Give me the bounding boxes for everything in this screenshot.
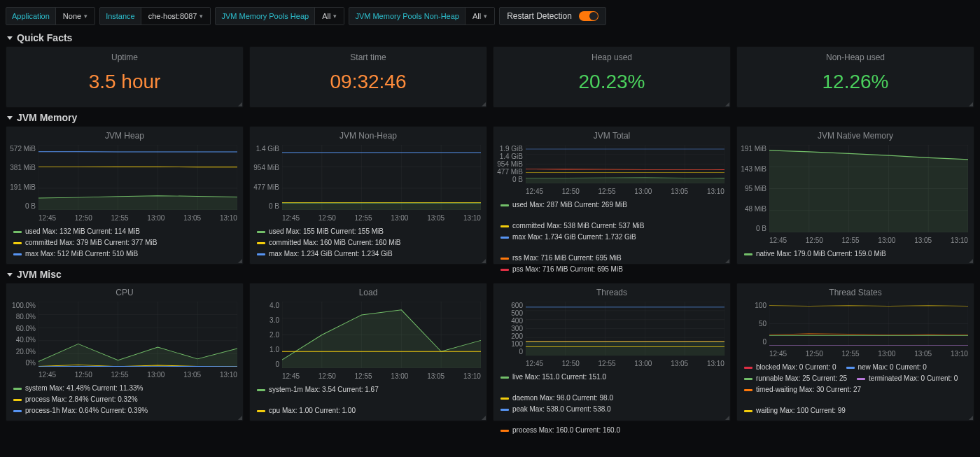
legend-item[interactable]: peak Max: 538.0 Current: 538.0 [500, 404, 611, 415]
x-axis: 12:4512:5012:5513:0013:0513:10 [250, 213, 486, 223]
row-header-quick-facts[interactable]: Quick Facts [7, 32, 974, 43]
resize-handle-icon[interactable] [725, 259, 729, 263]
legend-swatch-icon [13, 231, 22, 233]
legend-item[interactable]: max Max: 1.234 GiB Current: 1.234 GiB [257, 248, 393, 260]
row-jvm-misc: CPU100.0%80.0%60.0%40.0%20.0%0%12:4512:5… [6, 283, 974, 421]
plot-area[interactable] [769, 145, 968, 232]
legend-item[interactable]: daemon Max: 98.0 Current: 98.0 [500, 393, 613, 404]
legend-item[interactable]: pss Max: 716 MiB Current: 695 MiB [500, 264, 623, 275]
legend-text: process-1h Max: 0.64% Current: 0.39% [25, 405, 148, 416]
legend-item[interactable]: cpu Max: 1.00 Current: 1.00 [257, 405, 356, 416]
row-jvm-memory: JVM Heap572 MiB381 MiB191 MiB0 B12:4512:… [6, 126, 974, 265]
legend-item[interactable]: blocked Max: 0 Current: 0 [744, 362, 836, 373]
legend-item[interactable]: used Max: 155 MiB Current: 155 MiB [257, 226, 384, 237]
row-title: JVM Misc [17, 269, 62, 280]
resize-handle-icon[interactable] [482, 259, 486, 263]
legend-item[interactable]: committed Max: 538 MiB Current: 537 MiB [500, 220, 644, 232]
plot-area[interactable] [769, 302, 968, 346]
resize-handle-icon[interactable] [238, 102, 242, 106]
legend-swatch-icon [857, 378, 865, 380]
legend-item[interactable]: waiting Max: 100 Current: 99 [744, 405, 846, 416]
stat-label: Heap used [592, 52, 632, 62]
plot-area[interactable] [282, 145, 481, 210]
resize-handle-icon[interactable] [969, 259, 973, 263]
legend-item[interactable]: process Max: 160.0 Current: 160.0 [500, 425, 620, 436]
panel-jvm_nonheap[interactable]: JVM Non-Heap1.4 GiB954 MiB477 MiB0 B12:4… [249, 126, 487, 265]
panel-jvm_total[interactable]: JVM Total1.9 GiB1.4 GiB954 MiB477 MiB0 B… [493, 126, 731, 265]
legend-item[interactable]: max Max: 1.734 GiB Current: 1.732 GiB [500, 232, 636, 243]
panel-heap-used[interactable]: Heap used 20.23% [493, 46, 731, 108]
panel-uptime[interactable]: Uptime 3.5 hour [6, 46, 244, 108]
legend-text: new Max: 0 Current: 0 [858, 362, 927, 373]
panel-title: Threads [493, 283, 730, 299]
var-heap-pools[interactable]: JVM Memory Pools Heap All [215, 7, 344, 25]
chevron-down-icon [7, 116, 13, 120]
resize-handle-icon[interactable] [482, 416, 486, 420]
panel-nonheap-used[interactable]: Non-Heap used 12.26% [736, 46, 974, 108]
var-instance[interactable]: Instance che-host:8087 [99, 7, 211, 25]
legend-item[interactable]: native Max: 179.0 MiB Current: 159.0 MiB [744, 248, 886, 260]
legend-text: process Max: 2.84% Current: 0.32% [25, 394, 138, 405]
legend-item[interactable]: system Max: 41.48% Current: 11.33% [13, 383, 143, 394]
resize-handle-icon[interactable] [725, 102, 729, 106]
resize-handle-icon[interactable] [238, 416, 242, 420]
legend-swatch-icon [500, 237, 509, 239]
panel-threads[interactable]: Threads600500400300200100012:4512:5012:5… [493, 283, 731, 421]
legend-swatch-icon [257, 389, 265, 391]
legend-item[interactable]: max Max: 512 MiB Current: 510 MiB [13, 248, 138, 260]
var-heap-pools-value[interactable]: All [314, 8, 344, 24]
plot-area[interactable] [526, 145, 724, 183]
legend-item[interactable]: terminated Max: 0 Current: 0 [857, 373, 958, 384]
legend-item[interactable]: live Max: 151.0 Current: 151.0 [500, 372, 606, 383]
legend-item[interactable]: timed-waiting Max: 30 Current: 27 [744, 384, 861, 395]
legend-text: max Max: 1.234 GiB Current: 1.234 GiB [269, 248, 393, 260]
x-axis: 12:4512:5012:5513:0013:0513:10 [6, 213, 243, 223]
var-nonheap-pools-value[interactable]: All [465, 8, 494, 24]
legend-item[interactable]: used Max: 287 MiB Current: 269 MiB [500, 199, 627, 211]
panel-jvm_native[interactable]: JVM Native Memory191 MiB143 MiB95 MiB48 … [736, 126, 974, 265]
legend: system Max: 41.48% Current: 11.33%proces… [6, 380, 243, 421]
legend-item[interactable]: system-1m Max: 3.54 Current: 1.67 [257, 384, 379, 395]
legend-swatch-icon [846, 367, 855, 369]
plot-area[interactable] [282, 302, 481, 368]
panel-load[interactable]: Load4.03.02.01.0012:4512:5012:5513:0013:… [249, 283, 487, 421]
legend: used Max: 155 MiB Current: 155 MiBcommit… [250, 223, 486, 264]
var-application-value[interactable]: None [55, 8, 94, 24]
row-header-jvm-memory[interactable]: JVM Memory [7, 112, 974, 123]
row-title: JVM Memory [17, 112, 77, 123]
legend-item[interactable]: committed Max: 379 MiB Current: 377 MiB [13, 237, 157, 248]
legend-item[interactable]: used Max: 132 MiB Current: 114 MiB [13, 226, 140, 237]
legend-text: native Max: 179.0 MiB Current: 159.0 MiB [756, 248, 886, 260]
y-axis: 1.9 GiB1.4 GiB954 MiB477 MiB0 B [493, 142, 526, 186]
restart-detection-toggle[interactable]: Restart Detection [499, 7, 606, 25]
x-axis: 12:4512:5012:5513:0013:0513:10 [737, 235, 974, 246]
plot-area[interactable] [38, 145, 237, 210]
resize-handle-icon[interactable] [969, 416, 973, 420]
legend-item[interactable]: process Max: 2.84% Current: 0.32% [13, 394, 138, 405]
legend-item[interactable]: committed Max: 160 MiB Current: 160 MiB [257, 237, 400, 248]
legend-item[interactable]: process-1h Max: 0.64% Current: 0.39% [13, 405, 148, 416]
toggle-switch-icon[interactable] [579, 11, 598, 21]
var-instance-value[interactable]: che-host:8087 [141, 8, 211, 24]
legend-item[interactable]: runnable Max: 25 Current: 25 [744, 373, 847, 384]
legend-item[interactable]: rss Max: 716 MiB Current: 695 MiB [500, 253, 622, 264]
legend-text: cpu Max: 1.00 Current: 1.00 [269, 405, 356, 416]
panel-cpu[interactable]: CPU100.0%80.0%60.0%40.0%20.0%0%12:4512:5… [6, 283, 244, 421]
stat-value: 3.5 hour [89, 71, 161, 93]
resize-handle-icon[interactable] [725, 416, 729, 420]
legend-text: max Max: 1.734 GiB Current: 1.732 GiB [512, 232, 636, 243]
plot-area[interactable] [526, 302, 724, 356]
var-nonheap-pools[interactable]: JVM Memory Pools Non-Heap All [349, 7, 495, 25]
chevron-down-icon [7, 36, 13, 40]
var-application[interactable]: Application None [6, 7, 95, 25]
legend-swatch-icon [13, 242, 22, 244]
resize-handle-icon[interactable] [238, 259, 242, 263]
panel-start-time[interactable]: Start time 09:32:46 [249, 46, 487, 108]
panel-thread_states[interactable]: Thread States10050012:4512:5012:5513:001… [736, 283, 974, 421]
plot-area[interactable] [38, 302, 237, 367]
resize-handle-icon[interactable] [482, 102, 486, 106]
panel-jvm_heap[interactable]: JVM Heap572 MiB381 MiB191 MiB0 B12:4512:… [6, 126, 244, 265]
resize-handle-icon[interactable] [969, 102, 973, 106]
row-header-jvm-misc[interactable]: JVM Misc [7, 269, 974, 280]
legend-item[interactable]: new Max: 0 Current: 0 [846, 362, 927, 373]
